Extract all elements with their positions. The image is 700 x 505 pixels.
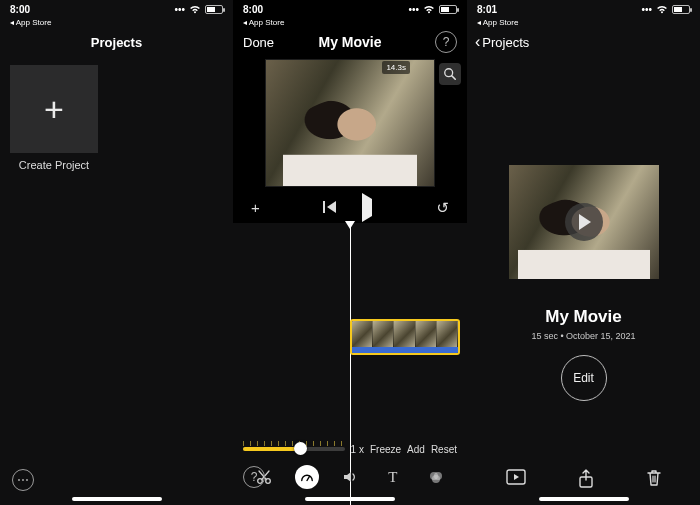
freeze-button[interactable]: Freeze — [370, 444, 401, 455]
text-icon: T — [388, 469, 397, 486]
screen-project-detail: 8:01 ••• ◂ App Store ‹ Projects My Movie — [467, 0, 700, 505]
video-preview[interactable] — [265, 59, 435, 187]
speed-tool[interactable] — [295, 465, 319, 489]
volume-tool[interactable] — [338, 465, 362, 489]
battery-icon — [672, 5, 690, 14]
status-time: 8:01 — [477, 4, 497, 15]
screen-editor: 8:00 ••• ◂ App Store Done My Movie ? 14.… — [233, 0, 467, 505]
project-meta: 15 sec • October 15, 2021 — [531, 331, 635, 341]
help-button[interactable]: ? — [435, 31, 457, 53]
video-content — [283, 98, 417, 186]
status-bar: 8:00 ••• — [233, 0, 467, 20]
speed-value: 1 x — [351, 444, 364, 455]
help-icon: ? — [243, 466, 265, 488]
wifi-icon — [189, 5, 201, 14]
plus-icon: + — [44, 92, 64, 126]
signal-icon: ••• — [408, 4, 419, 15]
add-freeze-button[interactable]: Add — [407, 444, 425, 455]
status-icons: ••• — [174, 4, 223, 15]
back-label: Projects — [482, 35, 529, 50]
undo-icon: ↻ — [436, 200, 449, 215]
signal-icon: ••• — [641, 4, 652, 15]
add-media-button[interactable]: + — [251, 200, 260, 215]
titlebar: Projects — [0, 27, 233, 57]
filters-tool[interactable] — [424, 465, 448, 489]
projects-grid: + Create Project — [0, 57, 233, 179]
speed-controls: 1 x Freeze Add Reset — [233, 439, 467, 459]
filters-icon — [428, 469, 444, 485]
svg-line-1 — [452, 76, 456, 80]
app-return[interactable]: ◂ App Store — [233, 18, 467, 27]
status-time: 8:00 — [10, 4, 30, 15]
svg-point-7 — [432, 475, 440, 483]
home-indicator[interactable] — [539, 497, 629, 501]
home-indicator[interactable] — [72, 497, 162, 501]
play-icon — [579, 214, 591, 230]
transport-bar: + ↻ — [233, 193, 467, 221]
play-rect-icon — [506, 469, 526, 485]
chevron-left-icon: ‹ — [475, 33, 480, 51]
share-button[interactable] — [578, 469, 594, 489]
speed-slider[interactable] — [243, 439, 345, 459]
reset-speed-button[interactable]: Reset — [431, 444, 457, 455]
undo-button[interactable]: ↻ — [436, 200, 449, 215]
trash-icon — [646, 469, 662, 487]
titles-tool[interactable]: T — [381, 465, 405, 489]
project-thumbnail[interactable] — [509, 165, 659, 279]
wifi-icon — [656, 5, 668, 14]
ellipsis-icon: ⋯ — [12, 469, 34, 491]
toolbar-help-button[interactable]: ? — [243, 466, 265, 488]
battery-icon — [439, 5, 457, 14]
create-project-area: + Create Project — [10, 65, 98, 171]
create-project-button[interactable]: + — [10, 65, 98, 153]
status-icons: ••• — [408, 4, 457, 15]
timeline-clip[interactable] — [350, 319, 460, 355]
status-bar: 8:00 ••• — [0, 0, 233, 20]
skip-to-start-button[interactable] — [323, 201, 336, 213]
edit-label: Edit — [573, 371, 594, 385]
share-icon — [578, 469, 594, 489]
more-options[interactable]: ⋯ — [12, 469, 34, 491]
magnifier-icon — [443, 67, 457, 81]
app-return[interactable]: ◂ App Store — [467, 18, 700, 27]
preview-area: 14.3s — [233, 57, 467, 193]
project-stage: My Movie 15 sec • October 15, 2021 Edit — [467, 57, 700, 505]
speedometer-icon — [300, 470, 314, 484]
editor-header: Done My Movie ? — [233, 27, 467, 57]
edit-button[interactable]: Edit — [561, 355, 607, 401]
edit-toolbar: ? T — [233, 461, 467, 493]
play-overlay[interactable] — [565, 203, 603, 241]
zoom-button[interactable] — [439, 63, 461, 85]
status-icons: ••• — [641, 4, 690, 15]
screen-projects-list: 8:00 ••• ◂ App Store Projects + Create P… — [0, 0, 233, 505]
status-bar: 8:01 ••• — [467, 0, 700, 20]
titlebar-label: Projects — [91, 35, 142, 50]
speed-slider-thumb[interactable] — [294, 442, 307, 455]
play-project-button[interactable] — [506, 469, 526, 489]
svg-line-4 — [307, 476, 310, 480]
done-button[interactable]: Done — [243, 35, 274, 50]
battery-icon — [205, 5, 223, 14]
home-indicator[interactable] — [305, 497, 395, 501]
help-icon: ? — [435, 31, 457, 53]
project-actions — [467, 469, 700, 489]
delete-button[interactable] — [646, 469, 662, 489]
back-button[interactable]: ‹ Projects — [475, 33, 529, 51]
app-return[interactable]: ◂ App Store — [0, 18, 233, 27]
status-time: 8:00 — [243, 4, 263, 15]
back-bar: ‹ Projects — [467, 27, 700, 57]
clip-time-badge: 14.3s — [382, 61, 410, 74]
wifi-icon — [423, 5, 435, 14]
play-button[interactable] — [362, 200, 372, 215]
speaker-icon — [342, 469, 358, 485]
project-title[interactable]: My Movie — [545, 307, 622, 327]
project-title[interactable]: My Movie — [318, 34, 381, 50]
create-project-label: Create Project — [10, 153, 98, 171]
signal-icon: ••• — [174, 4, 185, 15]
play-icon — [362, 193, 372, 222]
